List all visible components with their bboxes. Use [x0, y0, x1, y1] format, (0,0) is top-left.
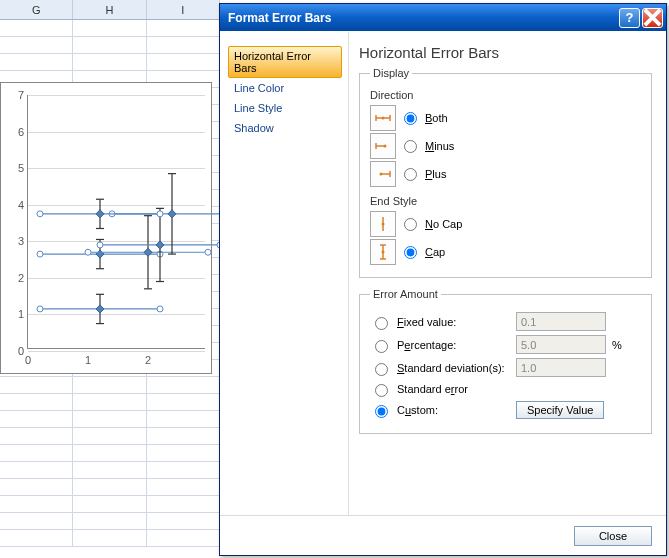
minus-icon: [370, 133, 396, 159]
fixed-value-input[interactable]: [516, 312, 606, 331]
dialog-title: Format Error Bars: [228, 11, 617, 25]
svg-point-2: [157, 306, 163, 312]
svg-point-42: [384, 145, 387, 148]
plus-icon: [370, 161, 396, 187]
both-icon: [370, 105, 396, 131]
panel-content: Horizontal Error Bars Display Direction …: [348, 32, 666, 515]
format-error-bars-dialog: Format Error Bars ? Horizontal Error Bar…: [219, 3, 667, 556]
endstyle-cap-radio[interactable]: [404, 246, 417, 259]
col-header[interactable]: G: [0, 0, 73, 19]
category-nav: Horizontal Error Bars Line Color Line St…: [220, 32, 348, 515]
dialog-close-button[interactable]: [642, 8, 663, 28]
direction-both-radio[interactable]: [404, 112, 417, 125]
endstyle-cap-label: Cap: [425, 246, 445, 258]
display-legend: Display: [370, 67, 412, 79]
direction-minus-label: Minus: [425, 140, 454, 152]
svg-point-45: [380, 173, 383, 176]
percentage-suffix: %: [612, 339, 622, 351]
direction-plus-radio[interactable]: [404, 168, 417, 181]
nav-horizontal-error-bars[interactable]: Horizontal Error Bars: [228, 46, 342, 78]
amount-percentage-radio[interactable]: [375, 340, 388, 353]
amount-custom-radio[interactable]: [375, 405, 388, 418]
svg-point-39: [382, 117, 385, 120]
panel-title: Horizontal Error Bars: [359, 44, 652, 61]
direction-plus-label: Plus: [425, 168, 446, 180]
col-header[interactable]: I: [147, 0, 220, 19]
percentage-input[interactable]: [516, 335, 606, 354]
svg-point-7: [37, 251, 43, 257]
direction-minus-radio[interactable]: [404, 140, 417, 153]
nav-line-color[interactable]: Line Color: [228, 78, 342, 98]
svg-point-31: [37, 211, 43, 217]
stddev-input[interactable]: [516, 358, 606, 377]
svg-point-51: [382, 251, 385, 254]
svg-point-1: [37, 306, 43, 312]
display-group: Display Direction Both Minus: [359, 67, 652, 278]
nav-line-style[interactable]: Line Style: [228, 98, 342, 118]
amount-percentage-label: Percentage:: [397, 339, 456, 351]
svg-point-32: [157, 211, 163, 217]
plot-area: 01234567012: [27, 95, 205, 349]
dialog-footer: Close: [220, 515, 666, 555]
endstyle-legend: End Style: [370, 195, 641, 207]
help-button[interactable]: ?: [619, 8, 640, 28]
direction-both-label: Both: [425, 112, 448, 124]
specify-value-button[interactable]: Specify Value: [516, 401, 604, 419]
direction-legend: Direction: [370, 89, 641, 101]
endstyle-nocap-label: No Cap: [425, 218, 462, 230]
nocap-icon: [370, 211, 396, 237]
error-amount-legend: Error Amount: [370, 288, 441, 300]
svg-point-19: [97, 242, 103, 248]
col-header[interactable]: H: [73, 0, 146, 19]
svg-point-14: [205, 249, 211, 255]
endstyle-nocap-radio[interactable]: [404, 218, 417, 231]
column-headers-row: G H I: [0, 0, 220, 20]
amount-stderr-radio[interactable]: [375, 384, 388, 397]
amount-stderr-label: Standard error: [397, 383, 468, 395]
svg-point-13: [85, 249, 91, 255]
close-button[interactable]: Close: [574, 526, 652, 546]
amount-fixed-label: Fixed value:: [397, 316, 456, 328]
error-amount-group: Error Amount Fixed value: Percentage: % …: [359, 288, 652, 434]
amount-fixed-radio[interactable]: [375, 317, 388, 330]
amount-stddev-label: Standard deviation(s):: [397, 362, 505, 374]
embedded-chart[interactable]: 01234567012: [0, 82, 212, 374]
amount-stddev-radio[interactable]: [375, 363, 388, 376]
dialog-titlebar[interactable]: Format Error Bars ?: [220, 4, 666, 31]
svg-point-47: [382, 223, 385, 226]
amount-custom-label: Custom:: [397, 404, 438, 416]
nav-shadow[interactable]: Shadow: [228, 118, 342, 138]
cap-icon: [370, 239, 396, 265]
